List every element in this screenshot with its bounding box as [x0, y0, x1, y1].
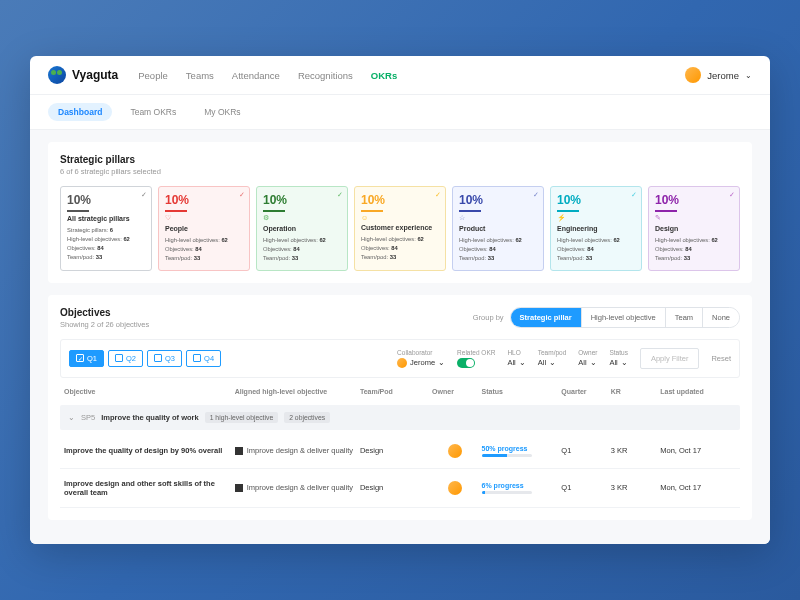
quarter-q2[interactable]: Q2 — [108, 350, 143, 367]
pillar-icon: ⚙ — [263, 214, 341, 222]
groupby: Group by Strategic pillar High-level obj… — [473, 307, 740, 328]
filter-collaborator[interactable]: Collaborator Jerome ⌄ — [397, 349, 445, 368]
reset-filter-button[interactable]: Reset — [711, 354, 731, 363]
objectives-panel: Objectives Showing 2 of 26 objectives Gr… — [48, 295, 752, 520]
pillar-icon: ✎ — [655, 214, 733, 222]
groupby-team[interactable]: Team — [665, 308, 702, 327]
check-icon: ✓ — [533, 191, 539, 199]
nav-people[interactable]: People — [138, 70, 168, 81]
filter-team[interactable]: Team/pod All ⌄ — [538, 349, 567, 367]
pillar-bar — [263, 210, 285, 212]
nav-teams[interactable]: Teams — [186, 70, 214, 81]
nav-attendance[interactable]: Attendance — [232, 70, 280, 81]
pillar-name: All strategic pillars — [67, 215, 145, 222]
pillar-percent: 10% — [655, 194, 733, 206]
chevron-down-icon: ⌄ — [590, 358, 597, 367]
avatar-icon — [448, 481, 462, 495]
nav-okrs[interactable]: OKRs — [371, 70, 397, 81]
pillar-name: Operation — [263, 225, 341, 232]
pillar-bar — [165, 210, 187, 212]
pillar-percent: 10% — [459, 194, 537, 206]
apply-filter-button[interactable]: Apply Filter — [640, 348, 700, 369]
pillar-card[interactable]: ✓ 10% ✎ Design High-level objectives: 62… — [648, 186, 740, 270]
toggle-on-icon[interactable] — [457, 358, 475, 368]
col-status: Status — [482, 388, 558, 395]
filter-hlo[interactable]: HLO All ⌄ — [507, 349, 525, 367]
row-objective: Improve the quality of design by 90% ove… — [64, 446, 231, 455]
filter-bar: ✓Q1 Q2 Q3 Q4 Collaborator Jerome ⌄ Relat… — [60, 339, 740, 378]
main-nav: People Teams Attendance Recognitions OKR… — [138, 70, 685, 81]
groupby-segment: Strategic pillar High-level objective Te… — [510, 307, 740, 328]
objectives-subtitle: Showing 2 of 26 objectives — [60, 320, 149, 329]
pillar-card[interactable]: ✓ 10% ♡ People High-level objectives: 62… — [158, 186, 250, 270]
check-icon: ✓ — [435, 191, 441, 199]
filter-owner[interactable]: Owner All ⌄ — [578, 349, 597, 367]
col-owner: Owner — [432, 388, 477, 395]
pillar-stats: High-level objectives: 62Objectives: 84T… — [557, 236, 635, 262]
pillar-percent: 10% — [263, 194, 341, 206]
pillar-card[interactable]: ✓ 10% ☆ Product High-level objectives: 6… — [452, 186, 544, 270]
pillar-card[interactable]: ✓ 10% ☺ Customer experience High-level o… — [354, 186, 446, 270]
pillar-percent: 10% — [557, 194, 635, 206]
groupby-strategic-pillar[interactable]: Strategic pillar — [511, 308, 581, 327]
groupby-label: Group by — [473, 313, 504, 322]
col-kr: KR — [611, 388, 656, 395]
pillar-stats: High-level objectives: 62Objectives: 84T… — [655, 236, 733, 262]
pillar-icon: ☆ — [459, 214, 537, 222]
avatar — [685, 67, 701, 83]
flag-icon — [235, 484, 243, 492]
content: Strategic pillars 6 of 6 strategic pilla… — [30, 130, 770, 543]
logo[interactable]: Vyaguta — [48, 66, 118, 84]
chevron-down-icon: ⌄ — [745, 71, 752, 80]
row-updated: Mon, Oct 17 — [660, 483, 736, 492]
group-row[interactable]: ⌄ SP5 Improve the quality of work 1 high… — [60, 405, 740, 430]
tab-team-okrs[interactable]: Team OKRs — [120, 103, 186, 121]
quarter-q4[interactable]: Q4 — [186, 350, 221, 367]
chevron-down-icon: ⌄ — [621, 358, 628, 367]
sub-nav: Dashboard Team OKRs My OKRs — [30, 95, 770, 130]
check-icon: ✓ — [729, 191, 735, 199]
logo-icon — [48, 66, 66, 84]
filter-status[interactable]: Status All ⌄ — [609, 349, 627, 367]
row-status: 50% progress — [482, 445, 558, 457]
pillar-all[interactable]: ✓ 10% All strategic pillars Strategic pi… — [60, 186, 152, 270]
row-kr: 3 KR — [611, 446, 656, 455]
tab-my-okrs[interactable]: My OKRs — [194, 103, 250, 121]
filter-related-okr[interactable]: Related OKR — [457, 349, 495, 368]
pillar-card[interactable]: ✓ 10% ⚡ Engineering High-level objective… — [550, 186, 642, 270]
groupby-hlo[interactable]: High-level objective — [581, 308, 665, 327]
table-row[interactable]: Improve the quality of design by 90% ove… — [60, 434, 740, 469]
group-tag-hlo: 1 high-level objective — [205, 412, 278, 423]
check-icon: ✓ — [141, 191, 147, 199]
row-objective: Improve design and other soft skills of … — [64, 479, 231, 497]
chevron-down-icon: ⌄ — [438, 358, 445, 367]
pillar-percent: 10% — [67, 194, 145, 206]
row-owner — [432, 481, 477, 495]
group-tag-obj: 2 objectives — [284, 412, 330, 423]
avatar-icon — [448, 444, 462, 458]
row-kr: 3 KR — [611, 483, 656, 492]
col-quarter: Quarter — [561, 388, 606, 395]
row-team: Design — [360, 483, 428, 492]
quarter-q3[interactable]: Q3 — [147, 350, 182, 367]
pillar-stats: High-level objectives: 62Objectives: 84T… — [165, 236, 243, 262]
pillar-name: Design — [655, 225, 733, 232]
pillar-card[interactable]: ✓ 10% ⚙ Operation High-level objectives:… — [256, 186, 348, 270]
row-quarter: Q1 — [561, 483, 606, 492]
objectives-header: Objectives Showing 2 of 26 objectives Gr… — [60, 307, 740, 329]
quarter-q1[interactable]: ✓Q1 — [69, 350, 104, 367]
user-menu[interactable]: Jerome ⌄ — [685, 67, 752, 83]
avatar-icon — [397, 358, 407, 368]
pillar-percent: 10% — [361, 194, 439, 206]
pillar-stats: High-level objectives: 62Objectives: 84T… — [263, 236, 341, 262]
col-objective: Objective — [64, 388, 231, 395]
table-row[interactable]: Improve design and other soft skills of … — [60, 469, 740, 508]
groupby-none[interactable]: None — [702, 308, 739, 327]
tab-dashboard[interactable]: Dashboard — [48, 103, 112, 121]
pillar-stats: High-level objectives: 62Objectives: 84T… — [361, 235, 439, 261]
chevron-down-icon: ⌄ — [549, 358, 556, 367]
table-header: Objective Aligned high-level objective T… — [60, 378, 740, 401]
row-status: 6% progress — [482, 482, 558, 494]
quarter-filters: ✓Q1 Q2 Q3 Q4 — [69, 350, 221, 367]
nav-recognitions[interactable]: Recognitions — [298, 70, 353, 81]
